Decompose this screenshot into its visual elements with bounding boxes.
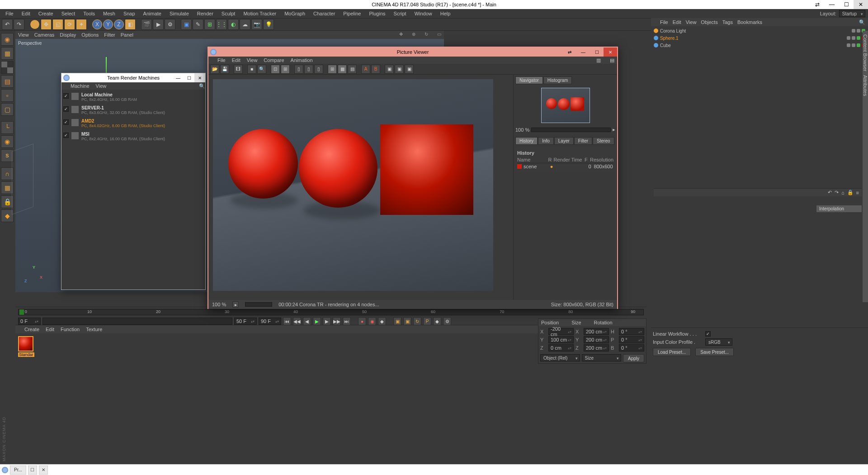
- pos-x-input[interactable]: -200 cm▴▾: [548, 328, 574, 335]
- rot-key-icon[interactable]: ↻: [413, 317, 421, 325]
- machine-checkbox[interactable]: ✓: [63, 93, 69, 99]
- pv-histogram-icon[interactable]: ⊞: [328, 65, 337, 74]
- pv-menu-edit[interactable]: Edit: [232, 57, 241, 63]
- camera-icon[interactable]: 📷: [251, 19, 262, 30]
- vp-panel[interactable]: Panel: [121, 32, 133, 38]
- viewport-solo-icon[interactable]: ◉: [1, 135, 14, 148]
- redo-icon[interactable]: ↷: [14, 19, 24, 30]
- play-icon[interactable]: ▶: [313, 317, 321, 325]
- minimize-button[interactable]: —: [825, 0, 839, 9]
- cloner-icon[interactable]: ⋮⋮: [216, 19, 227, 30]
- obj-menu-edit[interactable]: Edit: [673, 19, 681, 25]
- size-x-input[interactable]: 200 cm▴▾: [584, 328, 609, 335]
- environment-icon[interactable]: ☁: [240, 19, 250, 30]
- pv-ab-b-icon[interactable]: B: [371, 65, 380, 74]
- layout-select[interactable]: Startup: [839, 10, 865, 17]
- edge-mode-icon[interactable]: ▢: [1, 103, 14, 116]
- pv-layer1-icon[interactable]: ▣: [385, 65, 394, 74]
- attr-home-icon[interactable]: ⌂: [841, 190, 844, 195]
- playhead[interactable]: [19, 309, 24, 315]
- layer-tab[interactable]: Layer: [554, 137, 574, 145]
- obj-menu-tags[interactable]: Tags: [722, 19, 733, 25]
- render-settings-icon[interactable]: ⚙: [165, 19, 175, 30]
- vp-cameras[interactable]: Cameras: [34, 32, 55, 38]
- tr-menu-machine[interactable]: Machine: [71, 83, 90, 89]
- mat-menu-edit[interactable]: Edit: [46, 327, 54, 332]
- navigator-tab[interactable]: Navigator: [515, 76, 543, 84]
- obj-menu-view[interactable]: View: [686, 19, 697, 25]
- machine-checkbox[interactable]: ✓: [63, 133, 69, 138]
- picture-viewer-window[interactable]: Picture Viewer ⇄ — ☐ ✕ File Edit View Co…: [208, 47, 618, 309]
- obj-menu-bookmarks[interactable]: Bookmarks: [737, 19, 762, 25]
- pv-film-icon[interactable]: 🎞: [234, 65, 243, 74]
- coord-system-icon[interactable]: ◧: [125, 19, 136, 30]
- pos-z-input[interactable]: 0 cm▴▾: [548, 344, 574, 352]
- vp-display[interactable]: Display: [60, 32, 76, 38]
- pv-menu-animation[interactable]: Animation: [291, 57, 313, 63]
- pv-compare-b-icon[interactable]: ▯: [304, 65, 313, 74]
- tr-menu-view[interactable]: View: [96, 83, 107, 89]
- load-preset-button[interactable]: Load Preset...: [653, 348, 691, 356]
- object-name[interactable]: Corona Light: [660, 28, 850, 33]
- options-icon[interactable]: ⚙: [443, 317, 451, 325]
- pv-layer2-icon[interactable]: ▣: [395, 65, 404, 74]
- machine-row[interactable]: ✓ AMD2PC, 8x4.02GHz, 8.00 GB RAM, (Studi…: [62, 117, 204, 130]
- pv-titlebar[interactable]: Picture Viewer ⇄ — ☐ ✕: [208, 48, 617, 57]
- vis-dot-icon[interactable]: [852, 36, 855, 40]
- start-frame-input[interactable]: 0 F▴▾: [18, 318, 41, 325]
- vp-nav3-icon[interactable]: ↻: [425, 32, 431, 38]
- histogram-tab[interactable]: Histogram: [543, 76, 572, 84]
- timeline-ruler[interactable]: 0 10 20 30 40 50 60 70 80 90: [18, 309, 644, 315]
- point-mode-icon[interactable]: ▫: [1, 89, 14, 102]
- object-mode-select[interactable]: Object (Rel): [540, 354, 580, 361]
- render-pv-icon[interactable]: ▶: [153, 19, 164, 30]
- goto-end-icon[interactable]: ⏭: [343, 317, 351, 325]
- linear-wf-checkbox[interactable]: ✓: [705, 331, 711, 337]
- tr-search-icon[interactable]: 🔍: [199, 83, 205, 89]
- render-view-icon[interactable]: 🎬: [141, 19, 152, 30]
- save-preset-button[interactable]: Save Preset...: [695, 348, 734, 356]
- vis-dot-icon[interactable]: [847, 36, 850, 40]
- frame-b-input[interactable]: 90 F▴▾: [259, 318, 281, 325]
- rotate-icon[interactable]: ⟳: [64, 19, 75, 30]
- pv-menu-compare[interactable]: Compare: [264, 57, 284, 63]
- object-name[interactable]: Sphere.1: [660, 36, 845, 41]
- vp-view[interactable]: View: [18, 32, 29, 38]
- next-frame-icon[interactable]: ▶: [323, 317, 331, 325]
- content-browser-tab[interactable]: Content Browser: [863, 34, 868, 71]
- interpolation-tab[interactable]: Interpolation: [816, 205, 862, 212]
- move-icon[interactable]: ✥: [41, 19, 52, 30]
- menu-simulate[interactable]: Simulate: [166, 10, 193, 17]
- material-swatch[interactable]: Standar: [18, 336, 33, 352]
- axis-icon[interactable]: └: [1, 121, 14, 134]
- undo-icon[interactable]: ↶: [2, 19, 13, 30]
- obj-menu-file[interactable]: File: [660, 19, 668, 25]
- rot-b-input[interactable]: 0 °▴▾: [619, 344, 644, 352]
- pen-icon[interactable]: ✎: [193, 19, 203, 30]
- pv-autozoom-icon[interactable]: ⊡: [271, 65, 280, 74]
- pv-menu-file[interactable]: File: [217, 57, 226, 63]
- cube-primitive-icon[interactable]: ▣: [181, 19, 192, 30]
- menu-edit[interactable]: Edit: [18, 10, 34, 17]
- apply-button[interactable]: Apply: [623, 354, 644, 362]
- model-mode-icon[interactable]: ▦: [1, 47, 14, 60]
- scale-key-icon[interactable]: ▣: [403, 317, 411, 325]
- pos-key-icon[interactable]: ▣: [393, 317, 401, 325]
- attr-nav-icon[interactable]: ↷: [835, 190, 839, 195]
- size-z-input[interactable]: 200 cm▴▾: [584, 344, 609, 352]
- menu-motiontracker[interactable]: Motion Tracker: [240, 10, 280, 17]
- machine-checkbox[interactable]: ✓: [63, 106, 69, 112]
- history-row[interactable]: scene ● 0 800x600: [517, 163, 613, 170]
- machine-row[interactable]: ✓ SERVER-1PC, 8x3.6GHz, 32.00 GB RAM, (S…: [62, 104, 204, 117]
- pos-y-input[interactable]: 100 cm▴▾: [548, 336, 574, 343]
- menu-help[interactable]: Help: [437, 10, 454, 17]
- subdivision-icon[interactable]: ⊞: [204, 19, 215, 30]
- menu-plugins[interactable]: Plugins: [365, 10, 389, 17]
- live-select-icon[interactable]: [30, 19, 40, 29]
- enable-dot-icon[interactable]: [857, 43, 860, 47]
- enable-dot-icon[interactable]: [857, 36, 860, 40]
- end-frame-input[interactable]: [42, 318, 232, 325]
- rot-h-input[interactable]: 0 °▴▾: [619, 328, 644, 335]
- machine-row[interactable]: ✓ MSIPC, 8x2.4GHz, 16.00 GB RAM, (Studio…: [62, 130, 204, 143]
- vp-nav4-icon[interactable]: ▭: [437, 32, 443, 38]
